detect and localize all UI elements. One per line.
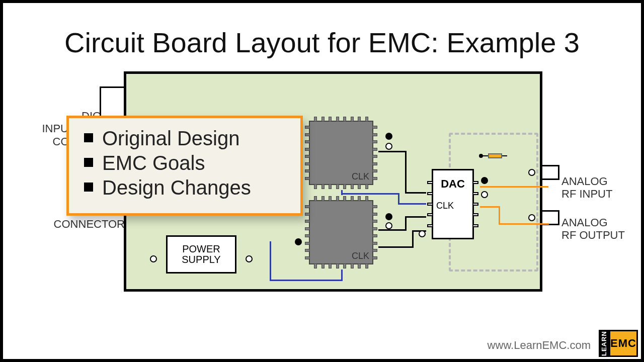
wire [412,230,414,248]
label-analog-input: ANALOG RF INPUT [561,175,637,201]
port [419,230,426,237]
dac-clk-label: CLK [436,201,454,211]
supply-label-top: POWER [182,244,220,254]
dac-chip: DAC CLK [432,169,474,239]
chip-clk-bottom: CLK [309,200,373,264]
bullet-icon [84,183,93,192]
wire-clk [341,193,399,195]
port [385,222,392,229]
port [295,238,302,245]
port [385,143,392,150]
port [481,191,488,198]
port [481,177,488,184]
wire [378,246,414,248]
chip-bottom-clk-label: CLK [352,251,369,261]
wire-clk [270,280,343,281]
wire [378,151,407,152]
power-supply-block: POWER SUPPLY [166,235,236,274]
wire [378,229,407,231]
logo-learn-text: LEARN [599,330,609,357]
chip-top-clk-label: CLK [352,171,369,182]
overlay-item-1: Original Design [84,127,290,150]
wire-clk [270,241,271,281]
wire-analog-out [480,206,500,208]
port [385,213,392,220]
resistor [479,153,507,158]
bullet-icon [84,158,93,167]
supply-label-bot: SUPPLY [182,254,220,265]
wire [405,192,426,194]
wire-clk [341,269,343,281]
overlay-callout: Original Design EMC Goals Design Changes [66,116,303,216]
wire-analog-in [480,186,548,188]
wire [405,216,407,231]
overlay-item-2: EMC Goals [84,152,290,174]
label-analog-output: ANALOG RF OUTPUT [561,216,642,242]
port [246,255,253,262]
port [528,214,535,221]
logo-emc-text: EMC [609,330,638,357]
port [150,255,157,262]
wire-analog-out [499,206,500,224]
port [385,133,392,140]
learnemc-logo: LEARN EMC [599,330,637,357]
dac-label: DAC [433,177,472,191]
wire-clk [398,193,399,204]
port [528,169,535,176]
overlay-item-3: Design Changes [84,176,290,199]
wire [405,216,426,218]
website-url: www.LearnEMC.com [488,339,591,352]
wire [405,151,407,193]
slide-title: Circuit Board Layout for EMC: Example 3 [0,26,644,59]
analog-input-tab [542,165,559,180]
chip-clk-top: CLK [309,121,373,185]
wire-clk [398,203,426,205]
bullet-icon [84,133,93,142]
wire-analog-out [499,223,549,225]
